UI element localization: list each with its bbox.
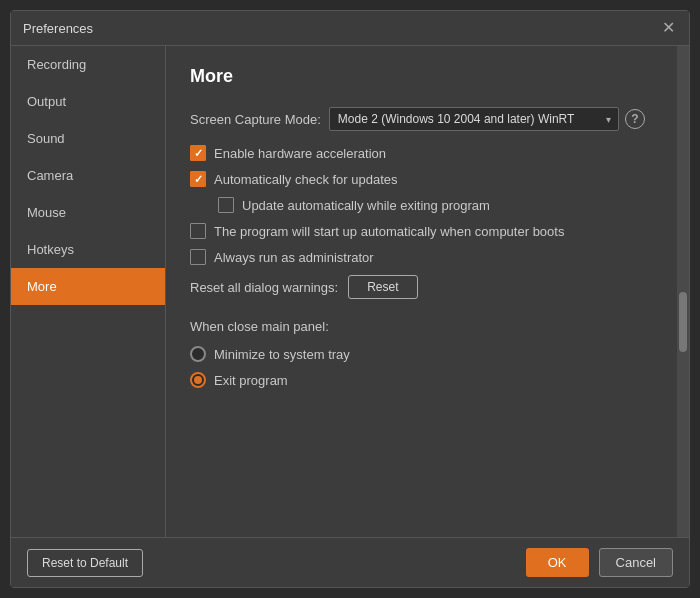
reset-dialog-row: Reset all dialog warnings: Reset [190, 275, 653, 299]
checkbox-hw-accel-label: Enable hardware acceleration [214, 146, 386, 161]
sidebar-item-more-label: More [27, 279, 57, 294]
content-area: More Screen Capture Mode: Mode 2 (Window… [166, 46, 677, 537]
checkbox-auto-update-label: Update automatically while exiting progr… [242, 198, 490, 213]
sidebar-item-camera[interactable]: Camera [11, 157, 165, 194]
sidebar-item-hotkeys[interactable]: Hotkeys [11, 231, 165, 268]
close-button[interactable]: ✕ [659, 19, 677, 37]
radio-exit-label: Exit program [214, 373, 288, 388]
sidebar-item-mouse-label: Mouse [27, 205, 66, 220]
sidebar-item-output[interactable]: Output [11, 83, 165, 120]
when-close-label: When close main panel: [190, 319, 653, 334]
checkbox-hw-accel-input[interactable] [190, 145, 206, 161]
sidebar-item-more[interactable]: More [11, 268, 165, 305]
radio-minimize[interactable]: Minimize to system tray [190, 346, 653, 362]
reset-dialog-button[interactable]: Reset [348, 275, 417, 299]
sidebar-item-recording[interactable]: Recording [11, 46, 165, 83]
reset-default-button[interactable]: Reset to Default [27, 549, 143, 577]
help-button[interactable]: ? [625, 109, 645, 129]
sidebar-item-output-label: Output [27, 94, 66, 109]
footer-left: Reset to Default [27, 549, 143, 577]
checkbox-auto-update-input[interactable] [218, 197, 234, 213]
checkbox-admin-label: Always run as administrator [214, 250, 374, 265]
checkbox-auto-check-label: Automatically check for updates [214, 172, 398, 187]
radio-exit-input[interactable] [190, 372, 206, 388]
preferences-dialog: Preferences ✕ Recording Output Sound Cam… [10, 10, 690, 588]
screen-capture-select[interactable]: Mode 2 (Windows 10 2004 and later) WinRT [329, 107, 619, 131]
checkbox-auto-start-input[interactable] [190, 223, 206, 239]
ok-button[interactable]: OK [526, 548, 589, 577]
screen-capture-label: Screen Capture Mode: [190, 112, 321, 127]
checkbox-auto-start-label: The program will start up automatically … [214, 224, 564, 239]
sidebar-item-hotkeys-label: Hotkeys [27, 242, 74, 257]
dropdown-container: Mode 2 (Windows 10 2004 and later) WinRT… [329, 107, 619, 131]
radio-minimize-input[interactable] [190, 346, 206, 362]
checkbox-hw-accel[interactable]: Enable hardware acceleration [190, 145, 653, 161]
screen-capture-row: Screen Capture Mode: Mode 2 (Windows 10 … [190, 107, 653, 131]
checkbox-admin-input[interactable] [190, 249, 206, 265]
scrollbar[interactable] [677, 46, 689, 537]
dialog-title: Preferences [23, 21, 93, 36]
radio-exit[interactable]: Exit program [190, 372, 653, 388]
sidebar-item-mouse[interactable]: Mouse [11, 194, 165, 231]
sidebar-item-camera-label: Camera [27, 168, 73, 183]
sidebar: Recording Output Sound Camera Mouse Hotk… [11, 46, 166, 537]
checkbox-auto-check-input[interactable] [190, 171, 206, 187]
checkbox-auto-check[interactable]: Automatically check for updates [190, 171, 653, 187]
screen-capture-dropdown-wrapper: Mode 2 (Windows 10 2004 and later) WinRT… [329, 107, 645, 131]
sidebar-item-sound-label: Sound [27, 131, 65, 146]
sidebar-item-sound[interactable]: Sound [11, 120, 165, 157]
sidebar-item-recording-label: Recording [27, 57, 86, 72]
checkbox-auto-start[interactable]: The program will start up automatically … [190, 223, 653, 239]
radio-minimize-label: Minimize to system tray [214, 347, 350, 362]
main-content: Recording Output Sound Camera Mouse Hotk… [11, 46, 689, 537]
title-bar: Preferences ✕ [11, 11, 689, 46]
checkbox-auto-update[interactable]: Update automatically while exiting progr… [218, 197, 653, 213]
checkbox-admin[interactable]: Always run as administrator [190, 249, 653, 265]
cancel-button[interactable]: Cancel [599, 548, 673, 577]
page-title: More [190, 66, 653, 87]
scrollbar-thumb[interactable] [679, 292, 687, 352]
footer-right: OK Cancel [526, 548, 673, 577]
footer: Reset to Default OK Cancel [11, 537, 689, 587]
reset-dialog-label: Reset all dialog warnings: [190, 280, 338, 295]
